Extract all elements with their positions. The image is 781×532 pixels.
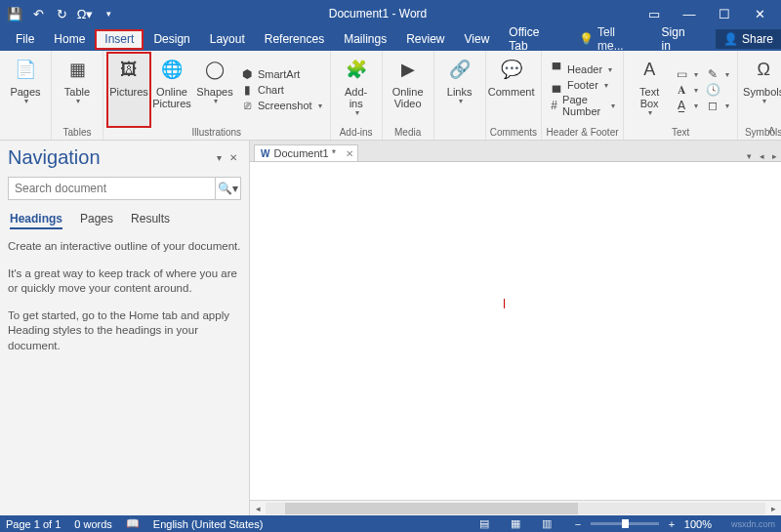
table-button[interactable]: ▦Table [56,53,99,127]
tab-mailings[interactable]: Mailings [334,29,396,50]
footer-button[interactable]: ▄Footer [550,78,615,92]
textbox-icon: A [636,55,663,86]
word-doc-icon: W [261,148,269,159]
tab-insert[interactable]: Insert [95,29,144,50]
document-tab[interactable]: W Document1 * ✕ [254,144,358,161]
picture-icon: 🖼 [115,55,143,86]
status-words[interactable]: 0 words [74,518,112,530]
page-icon: 📄 [12,55,39,86]
table-icon: ▦ [63,55,91,86]
group-addins: Add-ins [335,127,378,140]
group-tables: Tables [56,127,99,140]
group-media: Media [387,127,430,140]
nav-tab-pages[interactable]: Pages [80,212,113,229]
collapse-ribbon-icon[interactable]: ᐱ [768,125,775,136]
pages-button[interactable]: 📄Pages [4,53,47,127]
tab-scroll-left-icon[interactable]: ◂ [756,151,768,161]
scroll-right-icon[interactable]: ▸ [765,504,781,513]
status-bar: Page 1 of 1 0 words 📖 English (United St… [0,515,781,532]
maximize-icon[interactable]: ☐ [707,3,742,24]
header-button[interactable]: ▀Header [550,62,615,76]
nav-close-icon[interactable]: ✕ [226,152,241,163]
nav-menu-icon[interactable]: ▾ [213,152,226,163]
tab-scroll-right-icon[interactable]: ▸ [768,151,781,161]
print-layout-icon[interactable]: ▦ [507,517,524,530]
shapes-icon: ◯ [201,55,228,86]
save-icon[interactable]: 💾 [4,3,25,24]
group-header-footer: Header & Footer [546,127,619,140]
scroll-left-icon[interactable]: ◂ [250,504,266,513]
search-button[interactable]: 🔍▾ [215,178,240,199]
screenshot-button[interactable]: ⎚Screenshot [240,99,322,112]
shapes-button[interactable]: ◯Shapes [193,53,236,127]
tab-references[interactable]: References [255,29,334,50]
search-input[interactable] [9,178,215,199]
object-icon: ◻ [706,99,719,112]
symbols-button[interactable]: ΩSymbols [742,53,781,127]
close-icon[interactable]: ✕ [742,3,777,24]
group-text: Text [628,127,733,140]
wordart-button[interactable]: 𝐀 [675,83,698,97]
document-area: W Document1 * ✕ ▾ ◂ ▸ ◂ ▸ [250,141,781,515]
tab-view[interactable]: View [455,29,500,50]
zoom-out-icon[interactable]: − [569,518,587,530]
scroll-thumb[interactable] [285,503,578,514]
tab-dropdown-icon[interactable]: ▾ [743,151,756,161]
undo-icon[interactable]: ↶ [27,3,49,24]
tab-design[interactable]: Design [144,29,199,50]
object-button[interactable]: ◻ [706,99,729,112]
web-layout-icon[interactable]: ▥ [538,517,555,530]
symbol-omega-icon[interactable]: Ω▾ [74,3,96,24]
redo-icon[interactable]: ↻ [51,3,72,24]
group-symbols: Symbols [742,127,781,140]
nav-tab-results[interactable]: Results [131,212,170,229]
person-icon: 👤 [723,32,738,46]
tab-home[interactable]: Home [44,29,95,50]
document-tab-label: Document1 * [273,147,336,159]
datetime-icon: 🕓 [706,83,719,97]
links-button[interactable]: 🔗Links [438,53,481,127]
chart-button[interactable]: ▮Chart [240,83,322,97]
quick-parts-button[interactable]: ▭ [675,67,698,81]
signature-button[interactable]: ✎ [706,67,729,81]
tab-layout[interactable]: Layout [200,29,255,50]
share-button[interactable]: 👤Share [716,29,781,49]
read-mode-icon[interactable]: ▤ [475,517,493,530]
tab-review[interactable]: Review [396,29,454,50]
zoom-slider[interactable] [591,522,659,525]
addins-button[interactable]: 🧩Add- ins [335,53,378,127]
zoom-in-icon[interactable]: + [663,518,680,530]
ribbon: 📄Pages ▦Table Tables 🖼Pictures 🌐Online P… [0,51,781,141]
nav-tab-headings[interactable]: Headings [10,212,62,229]
drop-cap-button[interactable]: A̲ [675,99,698,112]
footer-icon: ▄ [550,78,563,92]
smartart-icon: ⬢ [240,67,254,81]
zoom-level[interactable]: 100% [684,518,712,530]
horizontal-scrollbar[interactable]: ◂ ▸ [250,500,781,515]
status-proofing-icon[interactable]: 📖 [126,517,140,530]
menu-bar: File Home Insert Design Layout Reference… [0,27,781,51]
omega-icon: Ω [750,55,777,86]
search-icon: 🔍 [218,182,232,195]
dropcap-icon: A̲ [675,99,688,112]
qat-customize-icon[interactable]: ▾ [98,3,119,24]
smartart-button[interactable]: ⬢SmartArt [240,67,322,81]
page-number-button[interactable]: #Page Number [550,94,615,117]
date-time-button[interactable]: 🕓 [706,83,729,97]
tab-file[interactable]: File [6,29,44,50]
search-box[interactable]: 🔍▾ [8,177,241,200]
online-video-button[interactable]: ▶Online Video [387,53,430,127]
status-language[interactable]: English (United States) [153,518,264,530]
comment-icon: 💬 [498,55,525,86]
parts-icon: ▭ [675,67,688,81]
header-icon: ▀ [550,62,563,76]
tab-close-icon[interactable]: ✕ [346,148,353,159]
online-pictures-button[interactable]: 🌐Online Pictures [150,53,193,127]
comment-button[interactable]: 💬Comment [490,53,533,127]
link-icon: 🔗 [446,55,473,86]
text-box-button[interactable]: AText Box [628,53,671,127]
document-page[interactable] [250,162,781,500]
navigation-title: Navigation [8,146,101,169]
pictures-button[interactable]: 🖼Pictures [107,53,150,127]
status-page[interactable]: Page 1 of 1 [6,518,61,530]
